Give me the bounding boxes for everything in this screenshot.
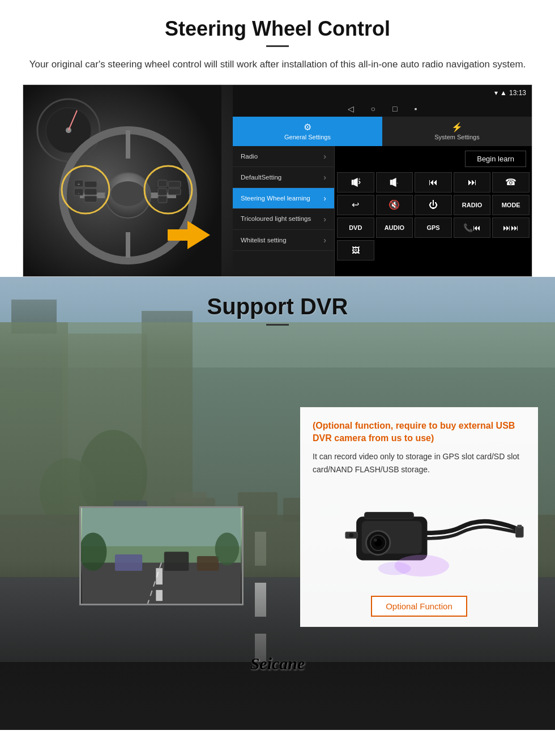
ctrl-next2[interactable]: ⏭⏭: [492, 217, 530, 238]
svg-point-74: [378, 562, 411, 575]
svg-rect-18: [84, 189, 97, 195]
menu-item-default-label: DefaultSetting: [241, 174, 281, 181]
menu-item-steering[interactable]: Steering Wheel learning ›: [233, 188, 334, 209]
dvr-title-area: Support DVR: [0, 277, 555, 326]
ctrl-vol-down[interactable]: -: [376, 172, 413, 193]
recents-icon[interactable]: □: [392, 104, 397, 113]
begin-learn-row: Begin learn: [337, 148, 530, 170]
svg-text:+: +: [78, 182, 80, 186]
svg-rect-70: [365, 512, 414, 519]
radio-label: RADIO: [462, 202, 482, 208]
home-icon[interactable]: ○: [371, 104, 375, 113]
ctrl-back[interactable]: ↩: [337, 195, 374, 215]
settings-icon: ⚙: [304, 122, 311, 133]
control-buttons-row3: DVD AUDIO GPS 📞⏮ ⏭⏭: [337, 217, 530, 238]
ctrl-phone-prev[interactable]: 📞⏮: [454, 217, 491, 238]
tab-system-label: System Settings: [434, 134, 479, 140]
svg-rect-57: [156, 590, 163, 600]
wifi-icon: ▾: [494, 89, 498, 97]
svg-rect-27: [352, 180, 354, 185]
android-buttons-area: Begin learn +: [335, 146, 532, 276]
steering-wheel-svg: + -: [23, 85, 221, 276]
dvr-description: It can record video only to storage in G…: [313, 450, 526, 476]
dvr-optional-title: (Optional function, require to buy exter…: [313, 420, 526, 445]
ctrl-gps[interactable]: GPS: [415, 217, 452, 238]
phone-icon: ☎: [505, 177, 516, 187]
menu-item-radio[interactable]: Radio ›: [233, 146, 334, 167]
ctrl-screenshot[interactable]: 🖼: [337, 240, 374, 260]
svg-rect-24: [168, 181, 181, 187]
ctrl-vol-up[interactable]: +: [337, 172, 374, 193]
svg-marker-33: [392, 177, 396, 186]
mute-icon: 🔇: [388, 199, 400, 210]
android-content: Radio › DefaultSetting › Steering Wheel …: [233, 146, 532, 276]
phone-prev-icon: 📞⏮: [463, 223, 481, 232]
svg-point-11: [111, 181, 145, 206]
menu-arrow-tricoloured: ›: [323, 215, 326, 224]
menu-item-tricoloured-label: Tricoloured light settings: [241, 215, 311, 223]
dvr-small-screen-inner: [81, 508, 242, 604]
svg-rect-25: [168, 189, 181, 195]
dvr-small-screen: [79, 506, 244, 605]
back-call-icon: ↩: [352, 199, 359, 210]
ctrl-radio[interactable]: RADIO: [454, 195, 491, 215]
control-buttons-row2: ↩ 🔇 ⏻ RADIO MODE: [337, 195, 530, 215]
nav-bar: ◁ ○ □ ▪: [233, 101, 532, 117]
svg-line-30: [358, 182, 360, 184]
system-icon: ⚡: [451, 122, 463, 133]
android-menu: Radio › DefaultSetting › Steering Wheel …: [233, 146, 335, 276]
svg-point-76: [349, 533, 354, 537]
ctrl-mode[interactable]: MODE: [492, 195, 530, 215]
back-icon[interactable]: ◁: [348, 104, 354, 113]
menu-item-whitelist-label: Whitelist setting: [241, 237, 287, 244]
prev-icon: ⏮: [429, 177, 438, 187]
status-icons: ▾ ▲ 13:13: [494, 89, 526, 97]
menu-item-radio-label: Radio: [241, 153, 258, 160]
control-buttons-row1: + - ⏮: [337, 172, 530, 193]
ctrl-power[interactable]: ⏻: [415, 195, 452, 215]
seicane-text: Seicane: [250, 654, 305, 673]
dvr-footage-svg: [81, 508, 242, 604]
next-icon: ⏭: [468, 177, 477, 187]
menu-item-whitelist[interactable]: Whitelist setting ›: [233, 230, 334, 251]
tab-general-label: General Settings: [284, 134, 331, 140]
optional-function-button[interactable]: Optional Function: [371, 596, 467, 617]
ctrl-mute[interactable]: 🔇: [376, 195, 413, 215]
ctrl-next[interactable]: ⏭: [454, 172, 491, 193]
svg-text:+: +: [358, 177, 360, 182]
menu-icon[interactable]: ▪: [414, 104, 417, 113]
svg-rect-19: [84, 196, 97, 202]
menu-item-steering-label: Steering Wheel learning: [241, 195, 310, 202]
svg-marker-28: [353, 177, 357, 186]
power-icon: ⏻: [429, 200, 438, 210]
dvr-title: Support DVR: [0, 294, 555, 319]
svg-rect-21: [158, 180, 167, 187]
ctrl-phone[interactable]: ☎: [492, 172, 530, 193]
dvr-title-divider: [266, 324, 289, 326]
android-panel: ▾ ▲ 13:13 ◁ ○ □ ▪ ⚙ General Settings ⚡: [233, 85, 532, 276]
begin-learn-button[interactable]: Begin learn: [465, 151, 526, 167]
svg-text:-: -: [397, 180, 399, 185]
ctrl-dvd[interactable]: DVD: [337, 217, 374, 238]
seicane-logo: Seicane: [250, 654, 305, 673]
svg-rect-59: [164, 552, 189, 571]
ctrl-prev[interactable]: ⏮: [415, 172, 452, 193]
tab-system[interactable]: ⚡ System Settings: [382, 117, 532, 146]
signal-icon: ▲: [500, 89, 507, 97]
svg-rect-17: [84, 181, 97, 187]
dvr-section: Support DVR: [0, 277, 555, 730]
svg-rect-58: [115, 554, 142, 571]
dvd-label: DVD: [349, 224, 362, 231]
steering-ui-container: + -: [23, 84, 532, 277]
vol-down-icon: -: [389, 177, 399, 187]
steering-photo-inner: + -: [23, 85, 233, 276]
tab-general[interactable]: ⚙ General Settings: [233, 117, 382, 146]
title-divider: [266, 45, 289, 47]
svg-point-69: [374, 539, 377, 542]
svg-point-62: [215, 532, 239, 565]
menu-item-default[interactable]: DefaultSetting ›: [233, 167, 334, 188]
ctrl-audio[interactable]: AUDIO: [376, 217, 413, 238]
svg-rect-22: [158, 189, 167, 195]
menu-item-tricoloured[interactable]: Tricoloured light settings ›: [233, 209, 334, 230]
status-time: 13:13: [509, 89, 526, 97]
